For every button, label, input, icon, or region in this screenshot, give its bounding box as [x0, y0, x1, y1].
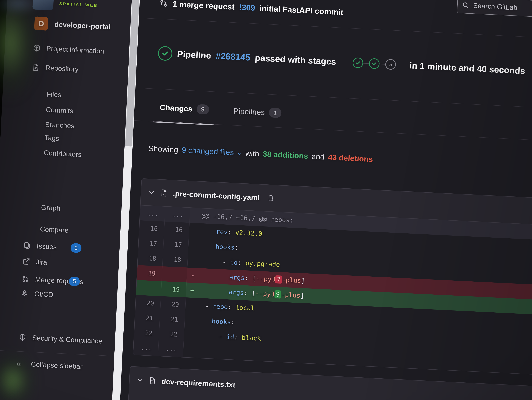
chevron-down-icon[interactable]: ⌄	[237, 149, 242, 156]
code-token: local	[235, 304, 255, 312]
pipeline-status-text: passed with stages	[255, 53, 336, 67]
code-token: : [	[245, 274, 256, 282]
old-line-number[interactable]: 19	[137, 265, 163, 281]
code-token: hooks	[212, 317, 231, 326]
sidebar-item-graph[interactable]: Graph	[0, 197, 116, 219]
pipeline-status-icon[interactable]	[158, 46, 173, 61]
sidebar-item-label: Jira	[36, 258, 47, 266]
new-line-number[interactable]: 21	[160, 311, 185, 327]
merge-request-reference[interactable]: !309	[239, 2, 255, 12]
sidebar-item-label: Graph	[41, 203, 61, 213]
sidebar-item-label: Tags	[44, 134, 59, 142]
new-line-number[interactable]	[162, 266, 187, 283]
new-line-number[interactable]: 20	[160, 296, 186, 312]
code-token	[198, 272, 230, 281]
sidebar-item-label: Compare	[40, 225, 69, 234]
old-line-number[interactable]: 16	[139, 220, 165, 236]
logo-icon	[32, 0, 54, 10]
code-token: --py3	[255, 289, 275, 298]
sidebar-item-repository[interactable]: Repository	[4, 58, 123, 79]
code-token: :	[231, 318, 235, 326]
merge-request-icon	[21, 275, 30, 283]
new-line-number[interactable]: 16	[164, 222, 190, 238]
repository-icon	[32, 63, 40, 72]
sidebar-item-project-information[interactable]: Project information	[5, 39, 124, 60]
tab-pipelines-count: 1	[269, 108, 282, 118]
old-line-number[interactable]: 21	[135, 310, 160, 326]
commit-title: initial FastAPI commit	[259, 3, 344, 17]
stage-passed-icon[interactable]	[369, 58, 380, 69]
pipeline-number[interactable]: #268145	[215, 51, 250, 63]
file-icon	[160, 189, 168, 197]
sidebar-item-label: Files	[46, 90, 61, 99]
diff-sign: -	[187, 271, 199, 279]
diff-sign	[185, 320, 196, 320]
code-token: -	[197, 302, 213, 310]
tab-changes[interactable]: Changes 9	[153, 93, 215, 124]
collapse-sidebar-button[interactable]: « Collapse sidebar	[0, 355, 109, 376]
new-line-number[interactable]: 17	[163, 236, 189, 253]
sidebar-item-security-compliance[interactable]: Security & Compliance	[0, 328, 110, 349]
old-line-number[interactable]: 22	[134, 325, 160, 341]
sidebar-item-label: Contributors	[44, 149, 82, 159]
code-token	[201, 227, 216, 235]
code-token: 9	[274, 290, 281, 299]
diff-sign	[184, 335, 196, 335]
sidebar-item-label: Security & Compliance	[32, 334, 102, 345]
new-line-number[interactable]: 22	[159, 326, 184, 342]
screen: SPATIAL WEB D developer-portal Project i…	[0, 0, 532, 400]
old-line-number[interactable]: 20	[135, 295, 161, 311]
tab-pipelines[interactable]: Pipelines 1	[227, 97, 288, 127]
code-token: ]	[300, 292, 304, 299]
collapse-file-chevron-icon[interactable]	[137, 377, 143, 383]
code-token: -plus	[282, 276, 301, 284]
collapse-icon: «	[16, 358, 22, 369]
new-line-number[interactable]: 18	[163, 251, 188, 268]
project-header[interactable]: D developer-portal	[34, 16, 111, 35]
collapse-label: Collapse sidebar	[31, 360, 83, 371]
tab-pipelines-label: Pipelines	[233, 106, 265, 117]
diff-table: ......@@ -16,7 +16,7 @@ repos:1616 rev: …	[133, 205, 532, 375]
commit-mr-bar: 1 merge request !309 initial FastAPI com…	[159, 0, 344, 21]
diff-sign: +	[186, 286, 198, 294]
search-input[interactable]: Search GitLab	[457, 0, 532, 19]
copy-path-icon[interactable]	[267, 194, 275, 202]
stage-connector	[380, 63, 386, 64]
code-token: black	[242, 334, 261, 342]
old-line-number[interactable]	[136, 280, 162, 296]
pipeline-duration: in 1 minute and 40 seconds	[409, 60, 525, 76]
app-logo[interactable]: SPATIAL WEB	[32, 0, 98, 14]
old-line-number[interactable]: 17	[138, 235, 164, 251]
code-token: :	[238, 259, 246, 267]
stage-more-icon[interactable]: »	[385, 59, 396, 70]
count-badge: 0	[70, 243, 82, 253]
code-token: :	[228, 228, 235, 236]
issues-icon	[23, 241, 32, 250]
old-line-number[interactable]: ...	[140, 205, 165, 222]
code-token: :	[234, 333, 242, 341]
code-token: v2.32.0	[235, 229, 262, 237]
code-token: -	[199, 257, 230, 266]
file-name[interactable]: .pre-commit-config.yaml	[173, 189, 260, 202]
summary-middle: with	[245, 148, 260, 158]
code-token: 7	[275, 275, 282, 284]
changed-files-link[interactable]: 9 changed files	[182, 145, 234, 157]
old-line-number[interactable]: ...	[133, 340, 159, 356]
code-token: :	[234, 244, 239, 251]
stage-passed-icon[interactable]	[352, 57, 364, 68]
collapse-file-chevron-icon[interactable]	[148, 189, 155, 196]
diff-sign	[189, 245, 200, 246]
search-icon	[462, 1, 469, 9]
additions-count: 38 additions	[263, 149, 308, 160]
old-line-number[interactable]: 18	[138, 250, 163, 266]
new-line-number[interactable]: 19	[161, 281, 187, 297]
logo-text: SPATIAL WEB	[59, 1, 98, 8]
new-line-number[interactable]: ...	[165, 207, 190, 223]
new-line-number[interactable]: ...	[158, 341, 184, 357]
code-token: args	[229, 273, 245, 282]
sidebar-divider	[0, 350, 109, 356]
rocket-icon	[20, 289, 29, 298]
sidebar-item-label: Project information	[46, 44, 104, 55]
diff-sign	[189, 230, 201, 231]
file-name[interactable]: dev-requirements.txt	[161, 377, 236, 389]
